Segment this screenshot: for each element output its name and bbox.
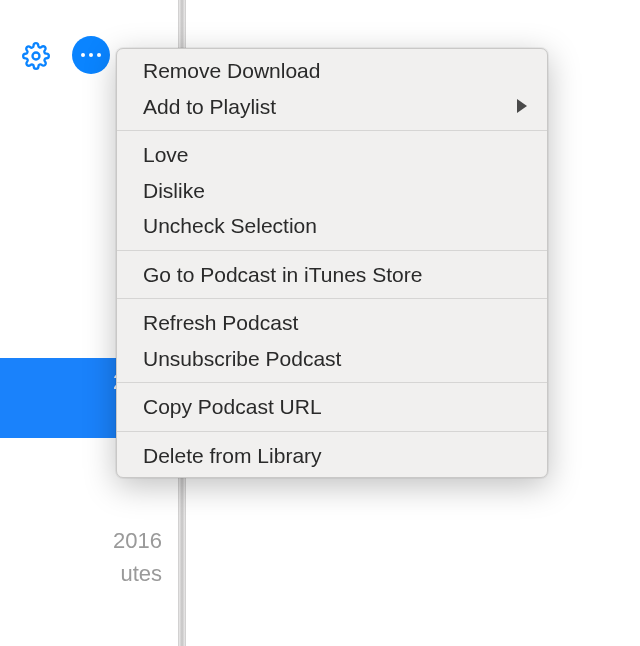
item-duration-fragment: utes (120, 557, 162, 590)
more-icon (81, 53, 101, 57)
menu-item-label: Dislike (143, 175, 205, 207)
gear-icon[interactable] (22, 42, 50, 70)
menu-item-label: Add to Playlist (143, 91, 276, 123)
more-button[interactable] (72, 36, 110, 74)
list-item[interactable]: 2016 utes (0, 524, 178, 590)
menu-item-label: Go to Podcast in iTunes Store (143, 259, 422, 291)
menu-item-uncheck-selection[interactable]: Uncheck Selection (117, 208, 547, 244)
menu-item-label: Love (143, 139, 189, 171)
menu-item-label: Remove Download (143, 55, 320, 87)
context-menu: Remove DownloadAdd to PlaylistLoveDislik… (116, 48, 548, 478)
svg-point-0 (33, 53, 40, 60)
menu-item-unsubscribe-podcast[interactable]: Unsubscribe Podcast (117, 341, 547, 377)
menu-item-label: Unsubscribe Podcast (143, 343, 341, 375)
submenu-arrow-icon (517, 99, 527, 113)
menu-item-go-to-podcast-in-itunes-store[interactable]: Go to Podcast in iTunes Store (117, 257, 547, 293)
item-year: 2016 (113, 524, 162, 557)
menu-separator (117, 250, 547, 251)
menu-item-dislike[interactable]: Dislike (117, 173, 547, 209)
menu-item-remove-download[interactable]: Remove Download (117, 53, 547, 89)
menu-item-label: Uncheck Selection (143, 210, 317, 242)
menu-separator (117, 298, 547, 299)
menu-separator (117, 431, 547, 432)
menu-item-label: Delete from Library (143, 440, 322, 472)
menu-item-love[interactable]: Love (117, 137, 547, 173)
menu-item-label: Refresh Podcast (143, 307, 298, 339)
menu-separator (117, 382, 547, 383)
menu-item-delete-from-library[interactable]: Delete from Library (117, 438, 547, 474)
menu-item-refresh-podcast[interactable]: Refresh Podcast (117, 305, 547, 341)
menu-separator (117, 130, 547, 131)
menu-item-label: Copy Podcast URL (143, 391, 322, 423)
menu-item-add-to-playlist[interactable]: Add to Playlist (117, 89, 547, 125)
menu-item-copy-podcast-url[interactable]: Copy Podcast URL (117, 389, 547, 425)
